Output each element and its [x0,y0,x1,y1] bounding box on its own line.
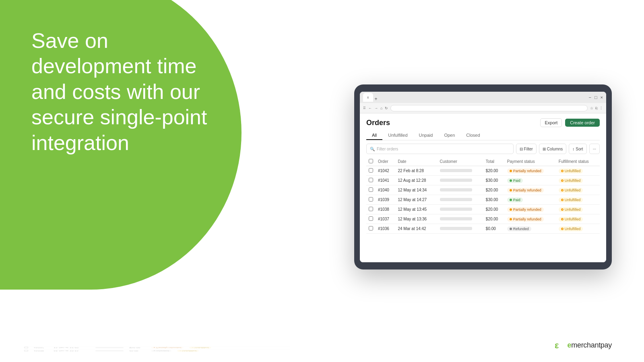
row-checkbox-2[interactable] [369,187,373,192]
cell-customer [438,195,483,205]
tablet-mockup: x + − □ × ⠿ ← → ⌂ ↻ ☆ [354,84,620,278]
cell-order: #1040 [376,185,395,195]
cell-customer [438,205,483,214]
svg-text:ε: ε [555,340,559,350]
table-row[interactable]: #1041 12 Aug at 12:28 $30.00 Paid Unfulf… [366,176,600,185]
forward-icon[interactable]: → [374,106,378,110]
menu-icon[interactable]: ⋮ [599,106,603,110]
grid-icon: ⠿ [363,106,366,110]
cell-order: #1036 [376,224,395,234]
tab-open[interactable]: Open [438,131,460,140]
reflection-checkbox-2 [24,347,28,348]
star-icon[interactable]: ☆ [590,106,593,110]
cell-fulfillment-status: Unfulfilled [556,224,600,234]
cell-fulfillment-status: Unfulfilled [556,214,600,224]
tab-unfulfilled[interactable]: Unfulfilled [382,131,413,140]
cell-total: $20.00 [483,185,505,195]
back-icon[interactable]: ← [368,106,372,110]
cell-date: 12 May at 13:36 [395,214,437,224]
cell-fulfillment-status: Unfulfilled [556,176,600,185]
browser-actions: ☆ ⎗ ⋮ [590,106,603,110]
cell-order: #1041 [376,176,395,185]
search-box[interactable]: 🔍 Filter orders [366,144,514,154]
minimize-button[interactable]: − [588,95,591,100]
more-button[interactable]: ··· [589,144,600,154]
row-checkbox-6[interactable] [369,226,373,230]
hero-line4: secure single-point [31,105,207,129]
cell-payment-status: Refunded [505,224,556,234]
cell-date: 12 May at 14:34 [395,185,437,195]
tab-all[interactable]: All [366,131,382,140]
row-checkbox-cell [366,185,376,195]
cell-date: 24 Mar at 14:42 [395,224,437,234]
row-checkbox-4[interactable] [369,207,373,211]
logo-icon: ε [554,339,565,351]
row-checkbox-3[interactable] [369,197,373,202]
header-payment-status: Payment status [505,157,556,166]
reflection-row-1: #1038 24 Jan at 10:15 20.00 ● refunded ○… [24,349,290,352]
create-order-button[interactable]: Create order [565,119,600,127]
row-checkbox-5[interactable] [369,216,373,221]
table-header-row: Order Date Customer Total Payment status… [366,157,600,166]
columns-icon: ⊞ [543,147,546,151]
header-date: Date [395,157,437,166]
bookmark-icon[interactable]: ⎗ [595,106,597,110]
filter-button[interactable]: ⊟ Filter [516,144,537,154]
hero-line1: Save on [31,29,108,52]
cell-date: 22 Feb at 8:28 [395,166,437,176]
cell-total: $30.00 [483,195,505,205]
columns-button[interactable]: ⊞ Columns [539,144,566,154]
tab-close-icon[interactable]: x [367,95,369,99]
cell-fulfillment-status: Unfulfilled [556,195,600,205]
row-checkbox-0[interactable] [369,168,373,173]
browser-titlebar: x + − □ × [360,92,606,103]
tab-unpaid[interactable]: Unpaid [413,131,439,140]
hero-line3: and costs with our [31,80,200,103]
home-icon[interactable]: ⌂ [380,106,382,110]
hero-line2: development time [31,54,196,78]
cell-total: $20.00 [483,166,505,176]
sort-button[interactable]: ↕ Sort [569,144,586,154]
tablet-outer: x + − □ × ⠿ ← → ⌂ ↻ ☆ [354,84,612,269]
cell-payment-status: Partially refunded [505,185,556,195]
orders-header: Orders Export Create order [366,118,600,127]
refresh-icon[interactable]: ↻ [385,106,388,110]
restore-button[interactable]: □ [594,95,597,100]
table-row[interactable]: #1038 12 May at 13:45 $20.00 Partially r… [366,205,600,214]
row-checkbox-1[interactable] [369,178,373,182]
cell-total: $0.00 [483,224,505,234]
table-row[interactable]: #1036 24 Mar at 14:42 $0.00 Refunded Unf… [366,224,600,234]
logo-area: ε emerchantpay [554,339,612,351]
header-checkbox-cell [366,157,376,166]
cell-payment-status: Partially refunded [505,166,556,176]
cell-customer [438,214,483,224]
sort-icon: ↕ [572,147,574,151]
cell-fulfillment-status: Unfulfilled [556,166,600,176]
tab-closed[interactable]: Closed [460,131,485,140]
cell-payment-status: Paid [505,176,556,185]
cell-payment-status: Paid [505,195,556,205]
orders-title: Orders [366,119,390,127]
orders-page: Orders Export Create order All Unfulfill… [360,113,606,262]
export-button[interactable]: Export [540,118,562,127]
search-placeholder-text: Filter orders [377,147,398,151]
cell-order: #1037 [376,214,395,224]
row-checkbox-cell [366,166,376,176]
select-all-checkbox[interactable] [369,159,373,163]
browser-tab[interactable]: x [363,93,373,102]
browser-window: x + − □ × ⠿ ← → ⌂ ↻ ☆ [360,92,606,262]
table-row[interactable]: #1037 12 May at 13:36 $20.00 Partially r… [366,214,600,224]
filter-bar: 🔍 Filter orders ⊟ Filter ⊞ Columns ↕ Sor… [366,144,600,154]
table-row[interactable]: #1040 12 May at 14:34 $20.00 Partially r… [366,185,600,195]
address-bar[interactable] [390,105,588,111]
tab-add-button[interactable]: + [373,96,379,102]
cell-fulfillment-status: Unfulfilled [556,185,600,195]
cell-customer [438,176,483,185]
table-row[interactable]: #1042 22 Feb at 8:28 $20.00 Partially re… [366,166,600,176]
table-row[interactable]: #1039 12 May at 14:27 $30.00 Paid Unfulf… [366,195,600,205]
row-checkbox-cell [366,214,376,224]
cell-order: #1039 [376,195,395,205]
cell-payment-status: Partially refunded [505,214,556,224]
row-checkbox-cell [366,205,376,214]
close-button[interactable]: × [601,95,603,100]
